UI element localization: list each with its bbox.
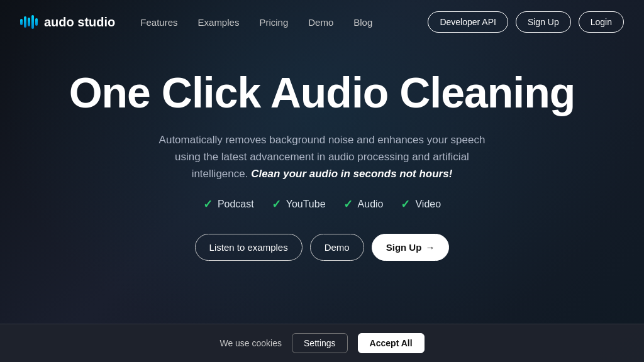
check-video-icon: ✓ bbox=[401, 197, 410, 211]
feature-youtube: ✓ YouTube bbox=[272, 197, 326, 211]
login-button[interactable]: Login bbox=[579, 11, 624, 33]
feature-video-label: Video bbox=[415, 199, 441, 210]
feature-audio: ✓ Audio bbox=[343, 197, 384, 211]
logo-bar-2 bbox=[24, 16, 26, 28]
navbar-left: audo studio Features Examples Pricing De… bbox=[20, 15, 372, 30]
listen-examples-button[interactable]: Listen to examples bbox=[195, 234, 303, 261]
feature-youtube-label: YouTube bbox=[286, 199, 326, 210]
developer-api-button[interactable]: Developer API bbox=[428, 11, 508, 33]
nav-features[interactable]: Features bbox=[140, 17, 177, 28]
cta-buttons: Listen to examples Demo Sign Up → bbox=[195, 234, 450, 261]
feature-video: ✓ Video bbox=[401, 197, 441, 211]
logo-bar-3 bbox=[28, 18, 30, 26]
navbar: audo studio Features Examples Pricing De… bbox=[0, 0, 644, 44]
nav-demo[interactable]: Demo bbox=[308, 17, 333, 28]
logo-bar-1 bbox=[20, 19, 23, 25]
logo-bars bbox=[20, 15, 38, 29]
logo-icon bbox=[20, 15, 38, 29]
demo-button[interactable]: Demo bbox=[310, 234, 364, 261]
feature-audio-label: Audio bbox=[358, 199, 384, 210]
cookie-accept-button[interactable]: Accept All bbox=[358, 333, 425, 353]
signup-arrow-icon: → bbox=[425, 242, 435, 253]
hero-subtitle-highlight: Clean your audio in seconds not hours! bbox=[251, 168, 452, 180]
feature-podcast-label: Podcast bbox=[218, 199, 254, 210]
cookie-message: We use cookies bbox=[219, 338, 282, 348]
cookie-banner: We use cookies Settings Accept All bbox=[0, 324, 644, 362]
nav-links: Features Examples Pricing Demo Blog bbox=[140, 17, 372, 28]
check-podcast-icon: ✓ bbox=[203, 197, 213, 211]
check-youtube-icon: ✓ bbox=[272, 197, 281, 211]
signup-main-label: Sign Up bbox=[386, 242, 422, 253]
check-audio-icon: ✓ bbox=[343, 197, 353, 211]
signup-nav-button[interactable]: Sign Up bbox=[516, 11, 571, 33]
navbar-right: Developer API Sign Up Login bbox=[428, 11, 624, 33]
logo-bar-4 bbox=[31, 15, 34, 29]
nav-examples[interactable]: Examples bbox=[198, 17, 240, 28]
feature-badges: ✓ Podcast ✓ YouTube ✓ Audio ✓ Video bbox=[203, 197, 441, 211]
hero-title: One Click Audio Cleaning bbox=[69, 69, 575, 116]
logo-bar-5 bbox=[35, 18, 38, 26]
logo-text: audo studio bbox=[44, 15, 115, 30]
signup-main-button[interactable]: Sign Up → bbox=[372, 234, 450, 261]
cookie-settings-button[interactable]: Settings bbox=[292, 333, 348, 353]
nav-pricing[interactable]: Pricing bbox=[259, 17, 288, 28]
feature-podcast: ✓ Podcast bbox=[203, 197, 254, 211]
main-content: One Click Audio Cleaning Automatically r… bbox=[0, 44, 644, 273]
nav-blog[interactable]: Blog bbox=[353, 17, 372, 28]
logo[interactable]: audo studio bbox=[20, 15, 115, 30]
hero-subtitle: Automatically removes background noise a… bbox=[158, 131, 486, 183]
